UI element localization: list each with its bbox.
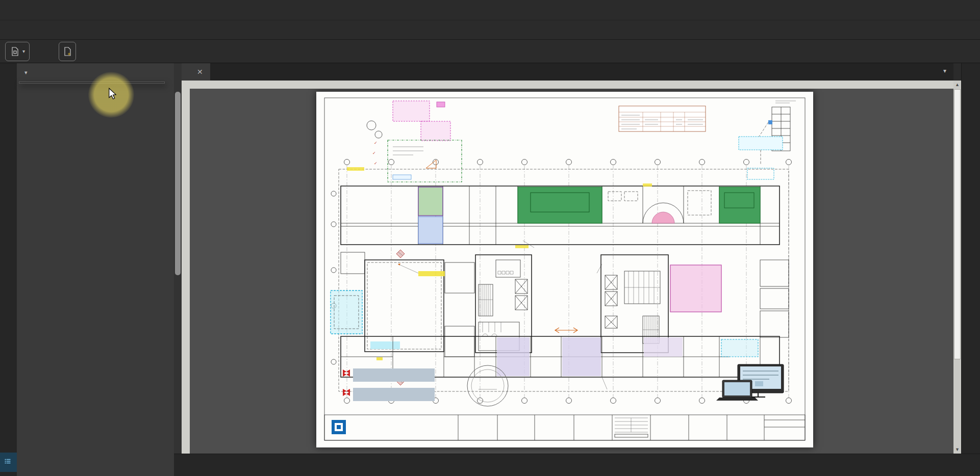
scroll-up-icon[interactable]: ▲: [953, 81, 961, 89]
markups-list-icon: [4, 457, 14, 467]
approval-stamps: [343, 368, 435, 401]
new-page-icon: [62, 46, 72, 57]
ruler-corner: [182, 81, 190, 89]
svg-text:✓: ✓: [374, 161, 378, 166]
panel-scrollbar-thumb[interactable]: [175, 92, 181, 275]
document-tab-bar: ✕ ▾: [182, 63, 953, 81]
file-access-menu: [19, 82, 165, 84]
canvas-scrollbar-thumb[interactable]: [954, 89, 961, 359]
canvas-vertical-scrollbar[interactable]: ▲ ▼: [953, 81, 961, 454]
document-menu-button[interactable]: ▾: [5, 42, 30, 61]
format-toolbar: [0, 20, 980, 40]
top-left-markups: ✓ ✓ ✓: [347, 101, 462, 182]
file-access-panel: ▾: [17, 63, 174, 476]
pdf-page[interactable]: ✓ ✓ ✓: [316, 92, 813, 447]
markup-toolbar: [0, 0, 980, 20]
top-wing: [341, 183, 780, 248]
vertical-ruler: [182, 89, 190, 454]
monitor-graphic: [716, 364, 784, 401]
status-bar: [174, 454, 980, 476]
new-page-button[interactable]: [59, 42, 76, 61]
scroll-down-icon[interactable]: ▼: [953, 445, 961, 454]
power-note: [370, 341, 400, 349]
markups-list-toggle[interactable]: [0, 453, 17, 472]
document-icon: [10, 46, 20, 57]
revision-diamonds: [396, 250, 405, 385]
left-panel-rail: [0, 63, 17, 476]
tab-list-chevron-icon[interactable]: ▾: [943, 67, 946, 74]
horizontal-ruler: [190, 81, 953, 89]
cost-analysis-table: [619, 106, 706, 131]
red-annotations: [523, 241, 602, 273]
panel-scrollbar[interactable]: [174, 63, 182, 454]
panel-title[interactable]: ▾: [17, 63, 174, 82]
close-icon[interactable]: ✕: [197, 68, 203, 76]
provide-rcp-note: [398, 263, 445, 276]
svg-text:✓: ✓: [372, 151, 376, 155]
svg-text:✓: ✓: [374, 141, 378, 145]
floor-plan-drawing: ✓ ✓ ✓: [316, 92, 813, 447]
space-requirements-note: [739, 137, 783, 179]
document-canvas[interactable]: ✓ ✓ ✓: [190, 89, 953, 454]
chevron-down-icon: ▾: [22, 48, 25, 54]
document-bar: ▾: [0, 40, 980, 63]
chevron-down-icon: ▾: [24, 69, 28, 76]
seal-of-approval: [467, 365, 508, 406]
tab-example-floor-plan[interactable]: ✕: [182, 63, 210, 81]
right-panel-rail: [961, 63, 980, 476]
middle-band: [331, 252, 789, 357]
title-block: [324, 415, 805, 440]
